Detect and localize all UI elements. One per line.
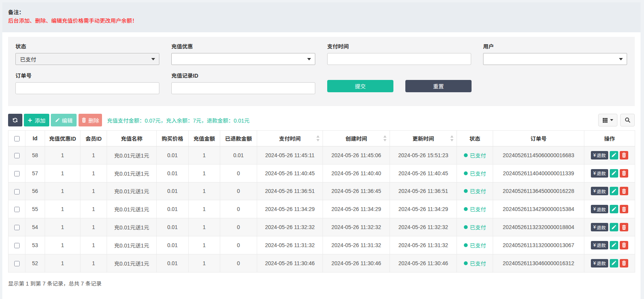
cell-create-time: 2024-05-26 11:32:32 xyxy=(323,218,390,236)
refund-label: 退款 xyxy=(597,242,606,248)
row-edit-button[interactable] xyxy=(610,223,618,231)
sort-both-icon[interactable] xyxy=(316,135,320,141)
sort-both-icon[interactable] xyxy=(450,135,454,141)
refund-button[interactable]: ¥退款 xyxy=(591,169,608,178)
column-header-4: 购买价格 xyxy=(157,131,189,146)
status-dot-icon xyxy=(464,153,468,157)
discount-select[interactable] xyxy=(171,53,315,65)
user-label: 用户 xyxy=(483,43,627,50)
row-edit-button[interactable] xyxy=(610,187,618,195)
toolbar: 添加 编辑 删除 充值支付金额：0.07元，充入余额：7元，退款金额：0.01元 xyxy=(8,114,635,126)
cell-id: 54 xyxy=(25,218,45,236)
submit-button[interactable]: 提交 xyxy=(327,80,393,92)
row-delete-button[interactable] xyxy=(620,241,628,249)
edit-button[interactable]: 编辑 xyxy=(51,114,77,126)
refund-button[interactable]: ¥退款 xyxy=(591,241,608,249)
row-edit-button[interactable] xyxy=(610,241,618,249)
row-edit-button[interactable] xyxy=(610,205,618,213)
filter-row-2: 订单号 充值记录ID 提交 重置 xyxy=(15,73,627,94)
row-edit-button[interactable] xyxy=(610,151,618,159)
cell-status: 已支付 xyxy=(457,164,493,182)
note-title: 备注： xyxy=(8,8,635,17)
column-header-label: 操作 xyxy=(604,136,615,142)
select-all-header xyxy=(8,131,25,146)
refund-button[interactable]: ¥退款 xyxy=(591,259,608,267)
trash-icon xyxy=(622,207,626,212)
trash-icon xyxy=(622,189,626,194)
column-header-7[interactable]: 支付时间 xyxy=(257,131,323,146)
status-select-value: 已支付 xyxy=(20,55,36,63)
row-checkbox[interactable] xyxy=(14,189,20,194)
row-checkbox[interactable] xyxy=(14,171,20,176)
order-no-input[interactable] xyxy=(15,82,159,94)
cell-price: 0.01 xyxy=(157,200,189,218)
refund-button[interactable]: ¥退款 xyxy=(591,223,608,231)
cell-discount-id: 1 xyxy=(45,200,80,218)
delete-button[interactable]: 删除 xyxy=(79,114,102,126)
cell-pay-time: 2024-05-26 11:34:29 xyxy=(257,200,323,218)
row-edit-button[interactable] xyxy=(610,169,618,178)
row-edit-button[interactable] xyxy=(610,259,618,267)
status-dot-icon xyxy=(464,189,468,193)
edit-button-label: 编辑 xyxy=(62,116,73,124)
cell-status: 已支付 xyxy=(457,236,493,254)
select-all-checkbox[interactable] xyxy=(14,136,20,141)
cell-id: 53 xyxy=(25,236,45,254)
row-checkbox[interactable] xyxy=(14,225,20,230)
row-checkbox[interactable] xyxy=(14,261,20,266)
row-checkbox[interactable] xyxy=(14,243,20,248)
cell-name: 充0.01元送1元 xyxy=(107,146,157,164)
column-header-12: 操作 xyxy=(584,131,635,146)
refund-button[interactable]: ¥退款 xyxy=(591,205,608,213)
row-delete-button[interactable] xyxy=(620,169,628,178)
reset-button[interactable]: 重置 xyxy=(405,80,472,92)
column-header-label: 会员ID xyxy=(85,136,102,142)
recharge-id-input[interactable] xyxy=(171,82,315,94)
grid-icon xyxy=(602,118,608,123)
cell-order-no: 202405261136450000016228 xyxy=(493,182,584,200)
row-delete-button[interactable] xyxy=(620,205,628,213)
refund-button[interactable]: ¥退款 xyxy=(591,187,608,195)
status-label: 已支付 xyxy=(470,151,486,159)
row-checkbox[interactable] xyxy=(14,153,20,158)
add-button[interactable]: 添加 xyxy=(24,114,49,126)
user-select[interactable] xyxy=(483,53,627,65)
note-panel: 备注： 后台添加、删除、编辑充值价格需手动更改用户余额！ xyxy=(2,2,641,32)
pencil-icon xyxy=(611,243,616,248)
row-delete-button[interactable] xyxy=(620,187,628,195)
column-header-label: 订单号 xyxy=(530,136,547,142)
cell-pay-time: 2024-05-26 11:32:32 xyxy=(257,218,323,236)
cell-update-time: 2024-05-26 11:34:29 xyxy=(390,200,457,218)
row-delete-button[interactable] xyxy=(620,259,628,267)
cell-refunded: 0.01 xyxy=(220,146,257,164)
yen-icon: ¥ xyxy=(593,171,596,176)
note-warning: 后台添加、删除、编辑充值价格需手动更改用户余额！ xyxy=(8,17,635,25)
row-delete-button[interactable] xyxy=(620,151,628,159)
status-label: 状态 xyxy=(15,43,159,50)
refund-button[interactable]: ¥退款 xyxy=(591,151,608,159)
status-select[interactable]: 已支付 xyxy=(15,53,159,65)
column-header-10: 状态 xyxy=(457,131,493,146)
cell-name: 充0.01元送1元 xyxy=(107,200,157,218)
cell-refunded: 0 xyxy=(220,200,257,218)
column-header-2: 会员ID xyxy=(80,131,107,146)
row-delete-button[interactable] xyxy=(620,223,628,231)
column-header-label: 状态 xyxy=(470,136,480,142)
columns-dropdown-button[interactable] xyxy=(598,114,617,126)
column-header-8[interactable]: 创建时间 xyxy=(323,131,390,146)
pay-time-input[interactable] xyxy=(327,53,471,65)
column-header-label: 更新时间 xyxy=(413,136,434,142)
search-toggle-button[interactable] xyxy=(620,114,635,126)
cell-amount: 1 xyxy=(189,254,220,272)
cell-id: 57 xyxy=(25,164,45,182)
records-table: Id 充值优惠ID 会员ID 充值名称 购买价格 充值金额 已退款金额 支付时间… xyxy=(8,130,635,272)
trash-icon xyxy=(622,171,626,176)
refresh-button[interactable] xyxy=(8,114,22,126)
status-dot-icon xyxy=(464,225,468,229)
pencil-icon xyxy=(611,153,616,158)
sort-both-icon[interactable] xyxy=(383,135,387,141)
row-checkbox[interactable] xyxy=(14,207,20,212)
cell-member-id: 1 xyxy=(80,200,107,218)
column-header-9[interactable]: 更新时间 xyxy=(390,131,457,146)
chevron-down-icon xyxy=(610,119,613,121)
